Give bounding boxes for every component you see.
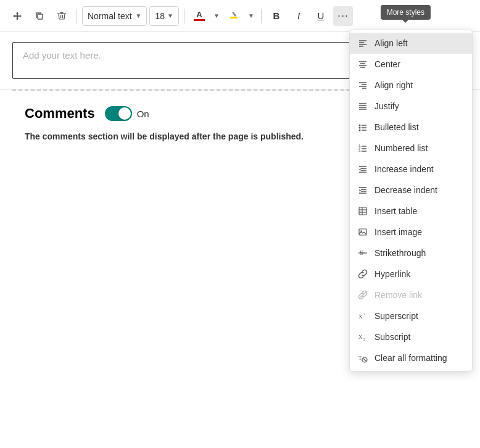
svg-rect-1 xyxy=(60,15,61,18)
align-right-label: Align right xyxy=(374,80,413,90)
more-styles-tooltip: More styles xyxy=(381,5,431,20)
style-dropdown[interactable]: Normal text ▼ xyxy=(82,6,147,26)
font-size-dropdown[interactable]: 18 ▼ xyxy=(149,6,178,26)
toggle-wrapper: On xyxy=(105,106,149,121)
underline-label: U xyxy=(318,10,325,21)
dropdown-item-align-left[interactable]: Align left xyxy=(350,33,472,54)
clear-format-icon: T xyxy=(357,352,368,363)
dropdown-item-hyperlink[interactable]: Hyperlink xyxy=(350,263,472,284)
italic-label: I xyxy=(297,10,300,21)
dropdown-item-numbered-list[interactable]: 1.2.3. Numbered list xyxy=(350,138,472,159)
page-wrapper: More styles Normal text ▼ 18 ▼ A xyxy=(0,0,480,448)
font-color-label: A xyxy=(196,10,202,19)
svg-text:T: T xyxy=(358,355,362,361)
dropdown-item-insert-image[interactable]: Insert image xyxy=(350,222,472,243)
move-button[interactable] xyxy=(7,6,27,26)
italic-button[interactable]: I xyxy=(289,6,308,26)
svg-point-24 xyxy=(359,130,361,131)
toggle-knob xyxy=(118,107,131,120)
more-button[interactable]: ··· xyxy=(333,6,353,26)
tooltip-label: More styles xyxy=(387,8,424,17)
insert-image-label: Insert image xyxy=(374,227,422,237)
strikethrough-icon: S xyxy=(357,247,368,259)
more-dots-icon: ··· xyxy=(337,9,349,22)
justify-icon xyxy=(357,101,368,112)
dropdown-item-clear-formatting[interactable]: T Clear all formatting xyxy=(350,347,472,368)
align-left-label: Align left xyxy=(374,38,408,48)
center-label: Center xyxy=(374,59,400,69)
dropdown-item-center[interactable]: Center xyxy=(350,54,472,75)
svg-text:X: X xyxy=(358,334,363,340)
comments-title: Comments xyxy=(25,106,95,122)
dropdown-item-increase-indent[interactable]: Increase indent xyxy=(350,159,472,180)
svg-rect-2 xyxy=(62,15,63,18)
style-chevron-icon: ▼ xyxy=(136,12,142,19)
dropdown-item-subscript[interactable]: X2 Subscript xyxy=(350,326,472,347)
svg-point-22 xyxy=(359,127,361,129)
editor-placeholder: Add your text here. xyxy=(23,50,101,60)
style-label: Normal text xyxy=(88,11,132,21)
dropdown-menu: Align left Center Align right Justify xyxy=(349,30,473,371)
svg-line-55 xyxy=(363,359,366,362)
toggle-state-label: On xyxy=(137,109,149,119)
svg-point-20 xyxy=(359,125,361,127)
dropdown-item-superscript[interactable]: X2 Superscript xyxy=(350,305,472,326)
svg-text:3.: 3. xyxy=(358,149,361,152)
dropdown-item-decrease-indent[interactable]: Decrease indent xyxy=(350,180,472,201)
dropdown-item-strikethrough[interactable]: S Strikethrough xyxy=(350,243,472,263)
subscript-icon: X2 xyxy=(357,331,368,342)
increase-indent-icon xyxy=(357,164,368,175)
dropdown-item-remove-link: Remove link xyxy=(350,284,472,305)
superscript-icon: X2 xyxy=(357,310,368,321)
image-icon xyxy=(357,226,368,238)
toolbar-divider-3 xyxy=(261,9,262,23)
strikethrough-label: Strikethrough xyxy=(374,248,426,258)
svg-rect-44 xyxy=(359,229,366,235)
font-size-value: 18 xyxy=(155,11,165,21)
bold-button[interactable]: B xyxy=(267,6,286,26)
svg-text:S: S xyxy=(360,249,363,256)
font-color-bar xyxy=(194,19,205,21)
dropdown-item-justify[interactable]: Justify xyxy=(350,96,472,117)
svg-rect-0 xyxy=(38,14,43,19)
remove-link-label: Remove link xyxy=(374,290,422,300)
align-left-icon xyxy=(357,38,368,49)
insert-table-label: Insert table xyxy=(374,206,417,216)
dropdown-item-insert-table[interactable]: Insert table xyxy=(350,201,472,222)
align-right-icon xyxy=(357,80,368,91)
duplicate-button[interactable] xyxy=(30,6,49,26)
superscript-label: Superscript xyxy=(374,311,418,321)
remove-link-icon xyxy=(357,289,368,301)
dropdown-item-bulleted-list[interactable]: Bulleted list xyxy=(350,117,472,138)
font-size-chevron-icon: ▼ xyxy=(167,12,173,19)
svg-rect-40 xyxy=(359,207,366,215)
bold-label: B xyxy=(273,10,280,21)
toolbar-divider-2 xyxy=(184,9,184,23)
justify-label: Justify xyxy=(374,101,399,111)
toolbar-divider-1 xyxy=(77,9,77,23)
highlight-chevron-button[interactable]: ▼ xyxy=(246,6,256,26)
comments-toggle[interactable] xyxy=(105,106,132,121)
underline-button[interactable]: U xyxy=(311,6,331,26)
decrease-indent-label: Decrease indent xyxy=(374,185,437,195)
increase-indent-label: Increase indent xyxy=(374,164,434,174)
font-color-button[interactable]: A xyxy=(189,6,209,26)
font-color-chevron-button[interactable]: ▼ xyxy=(212,6,221,26)
dropdown-item-align-right[interactable]: Align right xyxy=(350,75,472,96)
align-center-icon xyxy=(357,59,368,70)
hyperlink-label: Hyperlink xyxy=(374,269,410,279)
subscript-label: Subscript xyxy=(374,332,410,342)
delete-button[interactable] xyxy=(52,6,72,26)
bulleted-list-icon xyxy=(357,122,368,133)
highlight-icon xyxy=(229,11,239,21)
clear-formatting-label: Clear all formatting xyxy=(374,353,447,363)
svg-text:2: 2 xyxy=(363,312,365,316)
highlight-button[interactable] xyxy=(224,6,244,26)
svg-text:2: 2 xyxy=(363,338,365,341)
hyperlink-icon xyxy=(357,268,368,280)
table-icon xyxy=(357,205,368,217)
numbered-list-icon: 1.2.3. xyxy=(357,143,368,154)
svg-text:X: X xyxy=(358,313,363,320)
decrease-indent-icon xyxy=(357,185,368,196)
bulleted-list-label: Bulleted list xyxy=(374,122,419,132)
